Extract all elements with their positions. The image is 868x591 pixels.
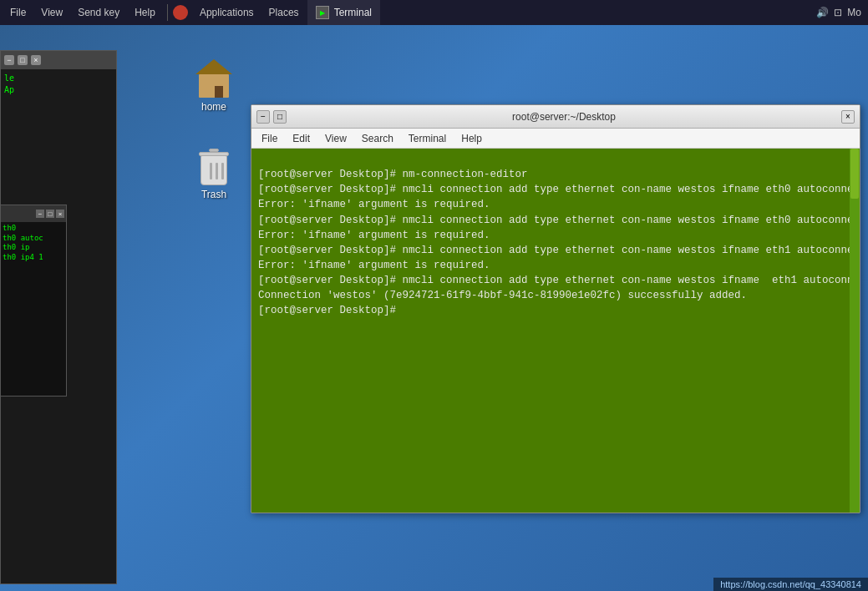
menu-file[interactable]: File (3, 0, 33, 25)
bg2-line: th0 (3, 224, 64, 234)
house-door (215, 86, 223, 98)
bg-window2-bar: − □ × (1, 205, 66, 222)
trash-line-1 (210, 163, 212, 179)
trash-icon-img (197, 145, 231, 185)
terminal-menu-help[interactable]: Help (454, 131, 489, 146)
bg-minimize-btn[interactable]: − (4, 55, 14, 65)
terminal-tab[interactable]: ▶ Terminal (307, 0, 380, 25)
line-6: [root@server Desktop]# nmcli connection … (258, 245, 860, 256)
url-bar: https://blog.csdn.net/qq_43340814 (713, 578, 868, 591)
bg-window2-content: th0 th0 autoc th0 ip th0 ip4 1 (1, 222, 66, 265)
terminal-menu-edit[interactable]: Edit (286, 131, 317, 146)
terminal-titlebar: − □ root@server:~/Desktop × (251, 105, 860, 129)
trash-line-3 (221, 163, 224, 179)
menu-view[interactable]: View (34, 0, 69, 25)
mini-close[interactable]: × (56, 210, 64, 218)
line-1: [root@server Desktop]# nm-connection-edi… (258, 169, 528, 180)
terminal-menu-terminal[interactable]: Terminal (402, 131, 453, 146)
terminal-maximize-btn[interactable]: □ (273, 110, 287, 124)
more-label[interactable]: Mo (847, 7, 861, 18)
bg-window2: − □ × th0 th0 autoc th0 ip th0 ip4 1 (0, 205, 67, 397)
terminal-menu-view[interactable]: View (318, 131, 353, 146)
desktop-icon-trash[interactable]: Trash (184, 142, 244, 204)
line-8: [root@server Desktop]# nmcli connection … (258, 275, 860, 286)
trash-label: Trash (201, 189, 226, 200)
separator (167, 4, 168, 21)
terminal-tab-label: Terminal (334, 7, 372, 18)
volume-icon[interactable]: 🔊 (816, 7, 829, 18)
terminal-window: − □ root@server:~/Desktop × File Edit Vi… (251, 104, 860, 513)
mini-minimize[interactable]: − (36, 210, 44, 218)
bg-window-titlebar: − □ × (1, 51, 116, 69)
line-3: Error: 'ifname' argument is required. (258, 199, 490, 210)
bg-line: le (4, 73, 113, 84)
desktop-icon-home[interactable]: home (184, 54, 244, 116)
house-roof (195, 59, 232, 74)
menu-sendkey[interactable]: Send key (71, 0, 126, 25)
bg-line: Ap (4, 84, 113, 96)
menu-help[interactable]: Help (128, 0, 162, 25)
screen-icon[interactable]: ⊡ (834, 7, 842, 18)
bg2-line: th0 ip (3, 243, 64, 253)
terminal-scrollbar[interactable] (850, 149, 860, 513)
terminal-menu-search[interactable]: Search (355, 131, 400, 146)
terminal-title: root@server:~/Desktop (290, 111, 838, 123)
taskbar-left: File View Send key Help Applications Pla… (0, 0, 380, 25)
terminal-close-btn[interactable]: × (841, 110, 855, 124)
home-label: home (201, 101, 226, 113)
terminal-menu-file[interactable]: File (255, 131, 284, 146)
app-indicator (173, 5, 188, 20)
bg-close-btn[interactable]: × (31, 55, 41, 65)
mini-maximize[interactable]: □ (46, 210, 54, 218)
trash-lines (210, 163, 224, 179)
trash-line-2 (216, 163, 218, 179)
terminal-tab-icon: ▶ (316, 6, 329, 19)
line-9: Connection 'westos' (7e924721-61f9-4bbf-… (258, 290, 747, 301)
applications-button[interactable]: Applications (193, 0, 261, 25)
terminal-minimize-btn[interactable]: − (256, 110, 270, 124)
taskbar-top: File View Send key Help Applications Pla… (0, 0, 868, 25)
desktop: File View Send key Help Applications Pla… (0, 0, 868, 591)
bg-window-content: le Ap (1, 69, 116, 99)
bg2-line: th0 ip4 1 (3, 253, 64, 263)
terminal-output: [root@server Desktop]# nm-connection-edi… (251, 149, 860, 513)
terminal-menubar: File Edit View Search Terminal Help (251, 129, 860, 149)
bg2-line: th0 autoc (3, 234, 64, 244)
bg-maximize-btn[interactable]: □ (18, 55, 28, 65)
line-7: Error: 'ifname' argument is required. (258, 260, 490, 271)
taskbar-right: 🔊 ⊡ Mo (816, 7, 868, 18)
terminal-scrollbar-thumb[interactable] (850, 149, 859, 199)
house-body (199, 74, 229, 98)
trash-body (201, 155, 227, 185)
line-2: [root@server Desktop]# nmcli connection … (258, 184, 860, 195)
line-10: [root@server Desktop]# (258, 305, 403, 316)
places-button[interactable]: Places (262, 0, 306, 25)
home-icon-img (194, 58, 234, 98)
line-4: [root@server Desktop]# nmcli connection … (258, 215, 860, 226)
terminal-body[interactable]: [root@server Desktop]# nm-connection-edi… (251, 149, 860, 513)
line-5: Error: 'ifname' argument is required. (258, 230, 490, 241)
